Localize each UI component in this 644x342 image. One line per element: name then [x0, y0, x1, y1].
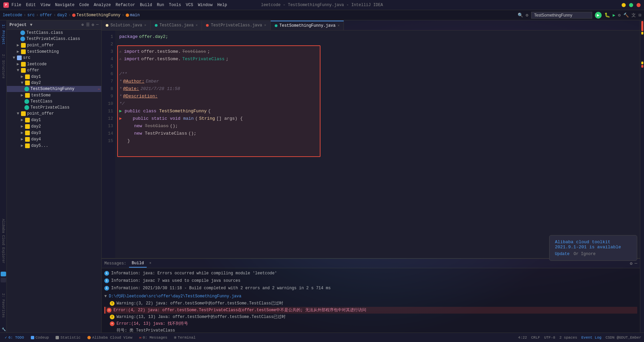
tab-testprivateclass[interactable]: TestPrivateClass.java ×	[202, 21, 270, 30]
tree-item-day2[interactable]: ▼ day2	[7, 80, 101, 86]
tab-close-testprivateclass[interactable]: ×	[264, 24, 266, 27]
panel-icon-minimize[interactable]: —	[96, 22, 99, 27]
coverage-button[interactable]: ▶	[613, 13, 616, 18]
menu-analyze[interactable]: Analyze	[94, 3, 111, 7]
tree-item-day3[interactable]: ▶ day3	[7, 130, 101, 136]
run-button[interactable]: ▶	[595, 12, 602, 19]
breakpoint-arrow-12[interactable]: ▶	[119, 115, 122, 122]
breadcrumb-class[interactable]: TestSomethingFunny	[72, 13, 121, 18]
breadcrumb-leetcode[interactable]: leetcode	[3, 13, 22, 18]
sidebar-label-explorer[interactable]: Alibaba Cloud Explorer	[1, 218, 6, 265]
menu-code[interactable]: Code	[79, 3, 89, 7]
tree-item-testclass-class[interactable]: TestClass.class	[7, 30, 101, 36]
panel-icon-options[interactable]: ☰	[86, 22, 90, 27]
panel-icon-gear[interactable]: ⚙	[92, 22, 94, 27]
sidebar-label-tools[interactable]: 🔧	[1, 326, 6, 333]
msg-group-header[interactable]: ▼ D:\代码\leetcode\src\offer\day2\TestSome…	[104, 293, 637, 300]
breadcrumb-offer[interactable]: offer	[40, 13, 52, 18]
tab-close-testclass[interactable]: ×	[195, 24, 198, 27]
menu-help[interactable]: Help	[217, 3, 227, 7]
debug-button[interactable]: 🐛	[604, 12, 610, 18]
tree-label: day4	[31, 137, 41, 142]
notif-update-link[interactable]: Update	[555, 252, 569, 256]
run-arrow-11[interactable]: ▶	[119, 108, 122, 115]
status-terminal[interactable]: ⊞ Terminal	[172, 335, 198, 340]
panel-icon-locate[interactable]: ⊕	[81, 22, 84, 27]
tree-item-testsome[interactable]: ▶ testSome	[7, 92, 101, 98]
notif-ignore-link[interactable]: Or Ignore	[574, 252, 596, 256]
status-eventlog[interactable]: Event Log	[581, 336, 601, 340]
tab-close-solution[interactable]: ×	[144, 24, 146, 27]
semicolon-3: ;	[207, 48, 210, 55]
breadcrumb-src[interactable]: src	[27, 13, 35, 18]
tree-item-testsomething[interactable]: ▶ testSomething	[7, 48, 101, 55]
tree-item-day4[interactable]: ▶ day4	[7, 136, 101, 142]
tree-item-point-offer-2[interactable]: ▼ point_offer	[7, 111, 101, 117]
code-editor[interactable]: 1 2 3 4 5 6 7 8 9 10 11 12 13 14 15	[102, 30, 640, 258]
menu-refactor[interactable]: Refactor	[116, 3, 135, 7]
panel-actions: ⊕ ☰ ⚙ —	[81, 22, 99, 27]
close-button[interactable]	[637, 3, 641, 7]
tab-build[interactable]: Build	[129, 259, 147, 268]
nav-icon-search[interactable]: 🔍	[518, 13, 523, 18]
nav-icon-settings[interactable]: ⚙	[526, 13, 528, 18]
settings-icon[interactable]: ⚙	[618, 13, 621, 18]
tree-item-testprivateclass[interactable]: TestPrivateClass	[7, 105, 101, 111]
tree-item-offer[interactable]: ▼ offer	[7, 67, 101, 73]
status-codeup[interactable]: Codeup	[29, 335, 51, 340]
line-num-9: 9	[104, 93, 113, 100]
sidebar-icon-2[interactable]	[1, 278, 6, 282]
keyword-new-13: new	[134, 122, 142, 130]
tree-item-day2-2[interactable]: ▶ day2	[7, 123, 101, 130]
code-content: 1 2 3 4 5 6 7 8 9 10 11 12 13 14 15	[102, 30, 640, 258]
tree-item-leetcode[interactable]: ▶ leetcode	[7, 61, 101, 67]
sidebar-label-favorites[interactable]: 2: Favorites	[1, 292, 6, 319]
sidebar-icon-1[interactable]	[1, 272, 6, 276]
status-messages[interactable]: ✉ 0: Messages	[137, 335, 169, 340]
run-config-selector[interactable]	[531, 12, 592, 19]
breadcrumb-day2[interactable]: day2	[57, 13, 67, 18]
status-todo[interactable]: ✓ 6: TODO	[3, 335, 26, 340]
menu-navigate[interactable]: Navigate	[55, 3, 75, 7]
menu-window[interactable]: Window	[198, 3, 212, 7]
menu-file[interactable]: File	[12, 3, 21, 7]
navigation-bar: leetcode › src › offer › day2 › TestSome…	[0, 10, 644, 20]
msg-error-1: ✕ Error:(4, 22) java: offer.testSome.Tes…	[104, 307, 637, 314]
tree-item-src[interactable]: ▼ src	[7, 55, 101, 61]
tab-icon	[155, 24, 158, 27]
menu-run[interactable]: Run	[157, 3, 164, 7]
menu-build[interactable]: Build	[140, 3, 152, 7]
tree-item-point-offer[interactable]: ▶ point_offer	[7, 42, 101, 48]
tree-item-testprivateclass-class[interactable]: TestPrivateClass.class	[7, 36, 101, 42]
line-num-11: 11	[104, 108, 113, 115]
panel-dropdown-icon[interactable]: ▼	[30, 23, 32, 27]
minimize-button[interactable]	[622, 3, 626, 7]
tab-testsomethingfunny[interactable]: TestSomethingFunny.java ×	[271, 21, 344, 30]
menu-vcs[interactable]: VCS	[186, 3, 193, 7]
tab-solution[interactable]: Solution.java ×	[102, 21, 151, 30]
comment-7: *	[119, 78, 122, 85]
tree-item-day5[interactable]: ▶ day5...	[7, 142, 101, 149]
tree-item-testsomethingfunny[interactable]: TestSomethingFunny —	[7, 86, 101, 92]
maximize-button[interactable]	[629, 3, 633, 7]
tree-item-day1[interactable]: ▶ day1	[7, 73, 101, 80]
expand-arrow: ▶	[20, 117, 24, 122]
translate-icon[interactable]: 文	[631, 12, 636, 18]
status-cloudview[interactable]: Alibaba Cloud View	[85, 335, 134, 340]
tree-item-day1-2[interactable]: ▶ day1	[7, 117, 101, 123]
tab-close-tsf[interactable]: ×	[337, 24, 339, 28]
menu-view[interactable]: View	[41, 3, 50, 7]
menu-tools[interactable]: Tools	[169, 3, 181, 7]
sidebar-label-structure[interactable]: 2: Structure	[1, 53, 6, 80]
status-statistic[interactable]: Statistic	[54, 335, 82, 340]
layout-icon[interactable]: ⊡	[639, 13, 641, 18]
breadcrumb-method[interactable]: main	[126, 13, 140, 18]
sidebar-label-project[interactable]: 1: Project	[1, 23, 6, 46]
bottom-settings-icon[interactable]: ⚙	[630, 261, 632, 266]
tab-testclass[interactable]: TestClass.java ×	[151, 21, 202, 30]
menu-edit[interactable]: Edit	[26, 3, 36, 7]
build-icon[interactable]: 🔨	[623, 13, 629, 18]
tree-item-testclass[interactable]: TestClass	[7, 98, 101, 105]
tab-close-build[interactable]: ×	[149, 261, 151, 265]
bottom-minimize-icon[interactable]: —	[635, 261, 637, 266]
